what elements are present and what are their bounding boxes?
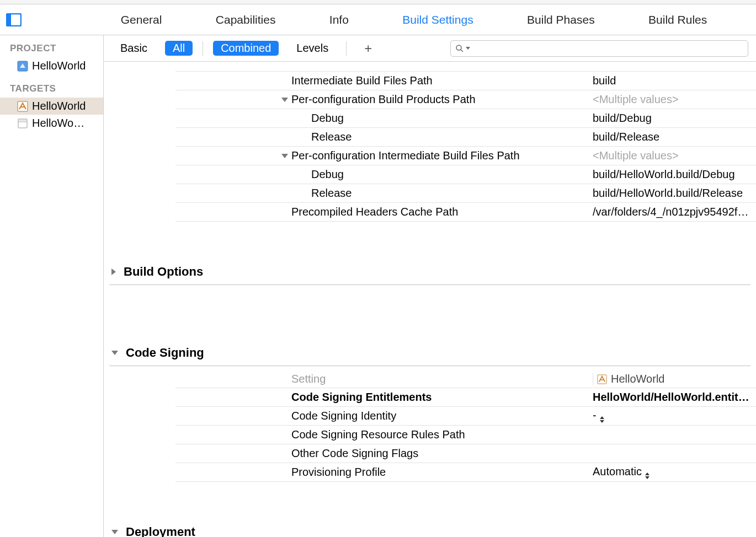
setting-row-expandable[interactable]: Per-configuration Intermediate Build Fil… (175, 147, 756, 165)
setting-value[interactable]: build/Debug (593, 112, 652, 124)
filter-all[interactable]: All (165, 41, 193, 56)
app-target-icon (597, 374, 608, 385)
disclosure-triangle-icon[interactable] (111, 351, 118, 355)
tab-build-phases[interactable]: Build Phases (521, 11, 600, 29)
target-item-helloworld[interactable]: HelloWorld (0, 98, 103, 115)
tab-build-settings[interactable]: Build Settings (397, 11, 478, 29)
filter-divider (346, 41, 347, 56)
target-item-secondary[interactable]: HelloWo… (0, 115, 103, 132)
svg-line-7 (461, 50, 463, 52)
setting-label: Other Code Signing Flags (291, 447, 418, 460)
setting-label: Release (311, 187, 352, 200)
setting-row-expandable[interactable]: Per-configuration Build Products Path <M… (175, 90, 756, 109)
left-panel-toggle-button[interactable] (4, 10, 23, 29)
search-input[interactable] (473, 44, 743, 53)
setting-label: Per-configuration Intermediate Build Fil… (291, 149, 520, 162)
setting-value[interactable]: build (593, 62, 616, 64)
setting-label: Code Signing Resource Rules Path (291, 428, 465, 441)
project-item-label: HelloWorld (32, 60, 86, 72)
search-scope-chevron-icon[interactable] (466, 47, 470, 50)
setting-row[interactable]: Provisioning Profile Automatic (175, 463, 756, 482)
targets-section-label: TARGETS (0, 81, 103, 98)
tab-general[interactable]: General (115, 11, 168, 29)
filter-divider (203, 41, 203, 56)
setting-row-config[interactable]: Release build/HelloWorld.build/Release (175, 184, 756, 203)
app-target-icon (17, 100, 29, 112)
setting-value[interactable]: build/HelloWorld.build/Debug (593, 168, 735, 180)
filter-levels[interactable]: Levels (289, 41, 336, 56)
setting-value[interactable]: build/Release (593, 131, 659, 143)
setting-value[interactable]: <Multiple values> (593, 149, 679, 162)
build-settings-content: Build Products Path build Intermediate B… (104, 62, 756, 537)
setting-row-config[interactable]: Debug build/HelloWorld.build/Debug (175, 165, 756, 184)
setting-row[interactable]: Code Signing Entitlements HelloWorld/Hel… (175, 388, 756, 407)
popup-indicator-icon[interactable] (645, 472, 649, 479)
disclosure-triangle-icon[interactable] (281, 154, 288, 158)
setting-row[interactable]: Intermediate Build Files Path build (175, 72, 756, 90)
setting-label: Per-configuration Build Products Path (291, 93, 476, 106)
disclosure-triangle-icon[interactable] (281, 98, 288, 102)
settings-filter-bar: Basic All Combined Levels + (104, 35, 756, 62)
tab-info[interactable]: Info (324, 11, 354, 29)
filter-combined[interactable]: Combined (213, 41, 279, 56)
setting-value[interactable]: Automatic (593, 465, 642, 477)
setting-label: Build Products Path (291, 62, 388, 64)
column-header-target: HelloWorld (611, 373, 664, 385)
setting-value[interactable]: build (593, 74, 616, 87)
setting-value[interactable]: - (593, 409, 597, 421)
setting-value[interactable]: HelloWorld/HelloWorld.entitlements (593, 391, 756, 403)
popup-indicator-icon[interactable] (600, 416, 604, 423)
setting-row[interactable]: Code Signing Resource Rules Path (175, 426, 756, 444)
group-title: Code Signing (126, 346, 204, 360)
group-build-options[interactable]: Build Options (109, 257, 750, 285)
setting-row-config[interactable]: Debug build/Debug (175, 109, 756, 128)
setting-label: Code Signing Entitlements (291, 391, 432, 404)
tab-capabilities[interactable]: Capabilities (210, 11, 281, 29)
column-header-setting: Setting (175, 373, 593, 385)
target-item-label: HelloWo… (32, 117, 84, 130)
project-item-helloworld[interactable]: HelloWorld (0, 57, 103, 74)
settings-search-field[interactable] (450, 40, 748, 57)
setting-value[interactable]: build/HelloWorld.build/Release (593, 187, 743, 199)
setting-label: Precompiled Headers Cache Path (291, 206, 458, 218)
setting-label: Provisioning Profile (291, 466, 386, 479)
window-toolbar-strip (0, 0, 756, 4)
setting-row-config[interactable]: Release build/Release (175, 128, 756, 147)
setting-row[interactable]: Precompiled Headers Cache Path /var/fold… (175, 203, 756, 222)
group-title: Deployment (126, 525, 195, 537)
setting-row[interactable]: Other Code Signing Flags (175, 444, 756, 463)
generic-target-icon (17, 117, 29, 130)
search-icon (455, 44, 464, 53)
add-setting-button[interactable]: + (356, 41, 380, 56)
tab-build-rules[interactable]: Build Rules (643, 11, 712, 29)
xcodeproj-icon (17, 60, 29, 72)
project-section-label: PROJECT (0, 41, 103, 57)
svg-point-6 (456, 45, 461, 50)
filter-basic[interactable]: Basic (113, 41, 155, 56)
target-item-label: HelloWorld (32, 100, 86, 112)
editor-tab-bar: General Capabilities Info Build Settings… (0, 4, 756, 35)
group-deployment[interactable]: Deployment (109, 517, 750, 537)
setting-label: Intermediate Build Files Path (291, 74, 433, 87)
disclosure-triangle-icon[interactable] (111, 530, 118, 534)
svg-rect-1 (7, 14, 11, 26)
setting-label: Release (311, 131, 352, 143)
setting-label: Debug (311, 168, 344, 181)
setting-value[interactable]: <Multiple values> (593, 93, 679, 105)
setting-value[interactable]: /var/folders/4_/n01zpjv95492f2n31r_… (593, 206, 756, 218)
svg-rect-5 (18, 119, 27, 122)
group-code-signing[interactable]: Code Signing (109, 338, 750, 366)
setting-row[interactable]: Code Signing Identity - (175, 407, 756, 426)
disclosure-triangle-icon[interactable] (111, 268, 116, 275)
setting-row[interactable]: Build Products Path build (175, 62, 756, 72)
project-navigator-sidebar: PROJECT HelloWorld TARGETS HelloWorld He… (0, 35, 104, 537)
setting-label: Code Signing Identity (291, 410, 396, 422)
column-headers: Setting HelloWorld (175, 366, 756, 388)
group-title: Build Options (124, 265, 203, 279)
setting-label: Debug (311, 112, 344, 125)
